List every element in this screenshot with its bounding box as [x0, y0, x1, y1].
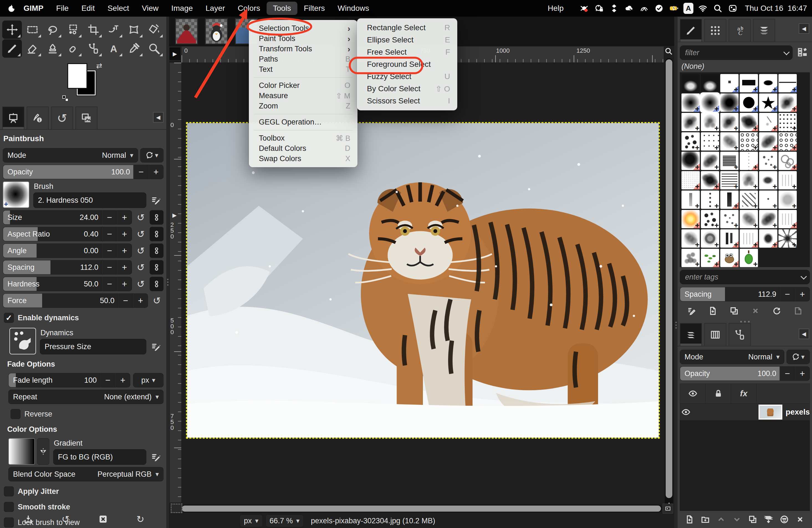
default-colors-icon[interactable] — [62, 96, 69, 101]
brush-swatch-hlines-32[interactable]: + — [720, 171, 739, 189]
check-circle-icon[interactable] — [653, 3, 665, 14]
tool-bucket-fill[interactable] — [144, 20, 164, 39]
tool-crop[interactable] — [83, 20, 103, 39]
duplicate-brush-icon[interactable] — [727, 304, 741, 317]
dynamics-thumbnail[interactable] — [10, 328, 36, 354]
brush-swatch-darkblob-52[interactable]: + — [759, 229, 777, 248]
aspect-ratio-decrement-button[interactable]: − — [102, 227, 117, 241]
lock-column-lock-icon[interactable] — [706, 384, 731, 403]
layer-opacity-decrement-button[interactable]: − — [780, 366, 795, 381]
tool-zoom[interactable] — [144, 39, 164, 58]
canvas-menu-button[interactable]: ▶ — [169, 47, 181, 60]
fonts-tab[interactable]: abC — [729, 19, 751, 42]
brush-swatch-figures-50[interactable]: + — [720, 229, 739, 248]
menubar-item-colors[interactable]: Colors — [231, 2, 266, 15]
bee-icon[interactable] — [579, 3, 590, 14]
brush-swatch-specks-27[interactable]: + — [740, 152, 758, 170]
gradients-tab[interactable] — [753, 19, 775, 42]
brush-swatch-spots-43[interactable]: + — [701, 210, 719, 228]
layers-tab[interactable] — [680, 323, 702, 346]
new-brush-icon[interactable] — [706, 304, 720, 317]
menubar-item-select[interactable]: Select — [101, 2, 135, 15]
brush-swatch-portrait-1[interactable] — [701, 74, 719, 92]
gradient-selector[interactable]: FG to BG (RGB) — [53, 449, 146, 465]
brush-swatch-noise-20[interactable]: + — [720, 132, 739, 151]
brush-swatch-scatter-44[interactable]: + — [720, 210, 739, 228]
aspect-ratio-slider[interactable]: Aspect Ratio 0.40 — [3, 227, 102, 241]
force-decrement-button[interactable]: − — [118, 294, 133, 308]
brush-swatch-faint-47[interactable]: + — [779, 210, 797, 228]
submenu-item-fuzzy-select[interactable]: Fuzzy SelectU — [357, 70, 457, 83]
angle-increment-button[interactable]: + — [117, 243, 132, 258]
tool-warp-transform[interactable] — [124, 20, 144, 39]
brush-swatch-splat3-31[interactable]: + — [701, 171, 719, 189]
hardness-link-icon[interactable] — [150, 277, 163, 291]
tool-clone[interactable] — [43, 39, 63, 58]
privacy-lock-icon[interactable] — [594, 3, 605, 14]
brush-swatch-pepper-57[interactable]: + — [740, 249, 758, 267]
save-tool-preset-icon[interactable] — [21, 513, 35, 526]
fade-unit-dropdown[interactable]: px ▾ — [133, 373, 163, 387]
tools-menu-item-swap-colors[interactable]: Swap ColorsX — [249, 154, 358, 164]
collapse-dock-button[interactable]: ◀ — [799, 23, 809, 34]
tool-eraser[interactable] — [23, 39, 42, 58]
cloud-icon[interactable] — [624, 3, 635, 14]
repeat-dropdown[interactable]: Repeat None (extend) ▾ — [8, 390, 163, 404]
brush-swatch-scatter-28[interactable]: + — [759, 152, 777, 170]
zoom-follow-window-icon[interactable] — [664, 45, 674, 57]
brush-spacing-slider[interactable]: Spacing 112.9 — [680, 287, 780, 301]
spacing-decrement-button[interactable]: − — [102, 260, 117, 274]
submenu-item-ellipse-select[interactable]: Ellipse SelectE — [357, 34, 457, 46]
edit-brush-icon[interactable] — [685, 304, 698, 317]
angle-slider[interactable]: Angle 0.00 — [3, 243, 102, 258]
brush-swatch-splat-14[interactable]: + — [720, 113, 739, 131]
size-increment-button[interactable]: + — [117, 210, 132, 225]
image-canvas[interactable] — [186, 122, 660, 439]
force-slider[interactable]: Force 50.0 — [3, 294, 118, 308]
open-brush-icon[interactable] — [792, 304, 805, 317]
control-center-icon[interactable] — [727, 3, 738, 14]
brush-swatch-faint-51[interactable]: + — [740, 229, 758, 248]
tools-menu-item-measure[interactable]: Measure⇧ M — [249, 91, 358, 101]
brush-swatch-oval-4[interactable]: + — [759, 74, 777, 92]
submenu-item-free-select[interactable]: Free SelectF — [357, 46, 457, 58]
brush-swatch-finenoise-30[interactable]: + — [681, 171, 700, 189]
channels-tab[interactable] — [704, 323, 726, 346]
diamond-app-icon[interactable] — [609, 3, 620, 14]
menubar-item-view[interactable]: View — [135, 2, 165, 15]
mode-reset-button[interactable]: ▾ — [140, 148, 163, 162]
spacing-reset-icon[interactable]: ↺ — [134, 261, 147, 274]
brush-swatch-sparse-19[interactable]: + — [701, 132, 719, 151]
hardness-increment-button[interactable]: + — [117, 277, 132, 291]
tool-paths[interactable] — [83, 39, 103, 58]
layer-opacity-slider[interactable]: Opacity 100.0 — [680, 366, 780, 381]
force-increment-button[interactable]: + — [133, 294, 148, 308]
brush-swatch-noise-48[interactable]: + — [681, 229, 700, 248]
input-source-icon[interactable]: A — [683, 3, 693, 14]
size-link-icon[interactable] — [150, 210, 163, 225]
tool-options-tab[interactable] — [2, 106, 24, 129]
battery-charging-icon[interactable] — [668, 3, 680, 14]
brush-swatch-vdark-38[interactable]: + — [720, 190, 739, 209]
vertical-scrollbar[interactable]: ▲ — [665, 58, 673, 510]
tool-unified-transform[interactable] — [104, 20, 123, 39]
menubar-item-gimp[interactable]: GIMP — [17, 2, 50, 15]
size-decrement-button[interactable]: − — [102, 210, 117, 225]
fade-length-decrement-button[interactable]: − — [100, 373, 115, 387]
brush-swatch-soft-7[interactable]: + — [701, 94, 719, 112]
hardness-decrement-button[interactable]: − — [102, 277, 117, 291]
dynamics-selector[interactable]: Pressure Size — [40, 339, 146, 354]
zoom-dropdown[interactable]: 66.7 % ▾ — [265, 514, 304, 527]
brush-swatch-wilber-56[interactable]: + — [720, 249, 739, 267]
image-tab-woman-red[interactable] — [175, 18, 198, 44]
brush-swatch-vdots-37[interactable]: + — [701, 190, 719, 209]
device-status-tab[interactable]: i — [27, 106, 49, 129]
collapse-dock-button[interactable]: ◀ — [153, 112, 163, 123]
tool-smudge[interactable] — [63, 39, 83, 58]
menubar-item-edit[interactable]: Edit — [75, 2, 101, 15]
brush-swatch-bush-54[interactable]: + — [681, 249, 700, 267]
submenu-item-scissors-select[interactable]: Scissors SelectI — [357, 95, 457, 107]
brush-swatch-texblock-26[interactable]: + — [720, 152, 739, 170]
menubar-item-help[interactable]: Help — [548, 2, 575, 15]
brush-swatch-soft-6[interactable]: + — [681, 94, 700, 112]
